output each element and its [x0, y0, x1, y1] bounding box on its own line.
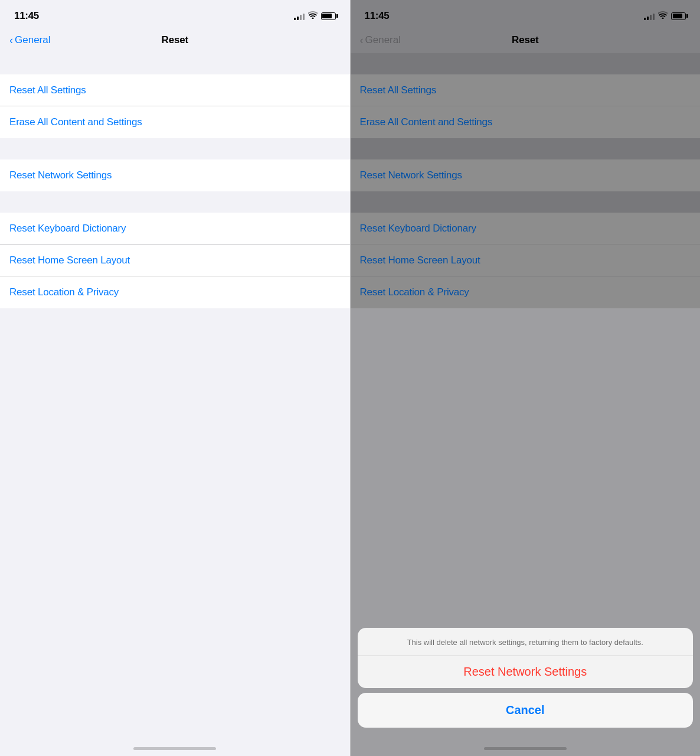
left-reset-all-settings[interactable]: Reset All Settings: [0, 74, 350, 106]
left-erase-all-content[interactable]: Erase All Content and Settings: [0, 106, 350, 138]
action-sheet-message: This will delete all network settings, r…: [358, 628, 694, 655]
left-panel: 11:45 ‹ Genera: [0, 0, 350, 756]
left-status-bar: 11:45: [0, 0, 350, 30]
cancel-button[interactable]: Cancel: [358, 693, 694, 728]
left-signal-icon: [294, 12, 305, 20]
left-reset-network[interactable]: Reset Network Settings: [0, 159, 350, 191]
left-reset-location-label: Reset Location & Privacy: [9, 286, 119, 298]
left-reset-all-settings-label: Reset All Settings: [9, 84, 86, 96]
left-status-icons: [294, 11, 336, 21]
left-back-button[interactable]: ‹ General: [9, 34, 50, 46]
left-back-label: General: [15, 34, 50, 46]
left-nav-title: Reset: [162, 34, 188, 46]
left-wifi-icon: [308, 11, 318, 21]
reset-network-settings-label: Reset Network Settings: [463, 665, 587, 678]
right-panel: 11:45 ‹ Genera: [351, 0, 701, 756]
action-sheet: This will delete all network settings, r…: [358, 628, 694, 728]
left-erase-all-content-label: Erase All Content and Settings: [9, 116, 142, 128]
left-nav-bar: ‹ General Reset: [0, 30, 350, 53]
action-sheet-cancel: Cancel: [358, 693, 694, 728]
left-reset-network-label: Reset Network Settings: [9, 170, 112, 181]
left-reset-home-screen[interactable]: Reset Home Screen Layout: [0, 245, 350, 276]
left-reset-keyboard-label: Reset Keyboard Dictionary: [9, 223, 126, 234]
left-home-indicator: [133, 747, 216, 750]
left-gap-1: [0, 53, 350, 74]
left-gap-2: [0, 138, 350, 159]
left-group-1: Reset All Settings Erase All Content and…: [0, 74, 350, 138]
left-reset-keyboard[interactable]: Reset Keyboard Dictionary: [0, 213, 350, 245]
left-gap-3: [0, 191, 350, 213]
action-sheet-top: This will delete all network settings, r…: [358, 628, 694, 688]
left-battery-icon: [321, 12, 336, 20]
cancel-label: Cancel: [506, 703, 545, 716]
left-group-2: Reset Network Settings: [0, 159, 350, 191]
reset-network-settings-button[interactable]: Reset Network Settings: [358, 656, 694, 688]
left-chevron-icon: ‹: [9, 35, 13, 45]
left-reset-home-screen-label: Reset Home Screen Layout: [9, 255, 130, 266]
left-group-3: Reset Keyboard Dictionary Reset Home Scr…: [0, 213, 350, 308]
left-reset-location[interactable]: Reset Location & Privacy: [0, 276, 350, 308]
left-time: 11:45: [14, 10, 39, 22]
